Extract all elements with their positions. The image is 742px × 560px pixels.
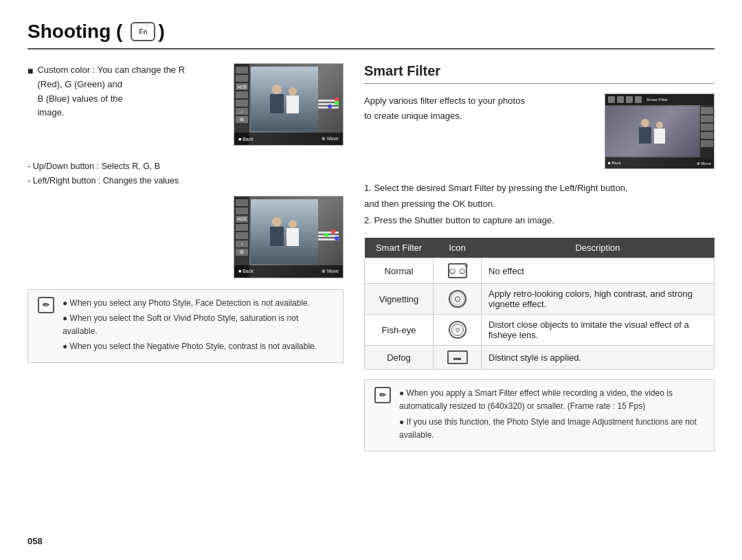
- sf-step2: 2. Press the Shutter button to capture a…: [364, 212, 715, 228]
- sf-body-1: [639, 127, 651, 144]
- note-left-1: ● When you select any Photo Style, Face …: [63, 297, 335, 310]
- cam-icon-3: AEB: [236, 83, 248, 90]
- cam-icon-s6: ♪: [236, 240, 248, 247]
- note-right-1: ● When you apply a Smart Filter effect w…: [399, 387, 706, 413]
- sf-head-1: [641, 119, 649, 127]
- second-screenshot-row: AEB ♪ ⊞: [27, 196, 344, 278]
- cam-icon-s4: [236, 224, 248, 231]
- filter-icon-vignetting: ⊙: [434, 284, 482, 315]
- left-panel: ■ Custom color : You can change the R (R…: [27, 63, 344, 539]
- camera-screenshot-2: AEB ♪ ⊞: [234, 196, 344, 278]
- shooting-mode-icon: [131, 22, 155, 41]
- filter-icon-normal: + ☺: [434, 258, 482, 284]
- smart-filter-table: Smart Filter Icon Description Normal +: [364, 238, 715, 370]
- sf-r-icon-2: [701, 115, 713, 122]
- filter-icon-fisheye: [434, 315, 482, 346]
- cam-icon-s5: [236, 232, 248, 239]
- smart-filter-title: Smart Filter: [364, 63, 715, 84]
- sf-r-icon-4: [701, 132, 713, 139]
- right-panel: Smart Filter Apply various filter effect…: [364, 63, 715, 539]
- cam-slider-b2: [318, 238, 339, 240]
- sf-cam-ui: Smart Filter: [605, 94, 714, 168]
- table-row: Vignetting ⊙ Apply retro-looking colors,…: [365, 284, 715, 315]
- cam-ok-label: ⊕ Move: [322, 136, 339, 142]
- sf-camera-screenshot: Smart Filter: [605, 93, 715, 169]
- camera-screenshot-1: AEB ♪ ⊞: [234, 63, 344, 146]
- person-3: [270, 217, 284, 246]
- note-icon-graphic-right: [374, 387, 391, 403]
- note-left-2: ● When you select the Soft or Vivid Phot…: [63, 312, 335, 338]
- sf-icon-fisheye-cell: [440, 321, 474, 339]
- cam-sliders: [318, 78, 339, 130]
- col-header-description: Description: [482, 238, 715, 258]
- cam-icon-6: ♪: [236, 108, 248, 115]
- person-body-4: [286, 228, 299, 246]
- custom-color-line2: (Red), G (Green) and: [37, 79, 122, 89]
- sf-r-icon-3: [701, 124, 713, 131]
- sf-intro: Apply various filter effects to your pho…: [364, 93, 715, 169]
- fisheye-inner: [451, 324, 464, 336]
- person-1: [270, 85, 284, 113]
- table-row: Fish-eye Distort close objects to imita: [365, 315, 715, 346]
- cam-icon-5: [236, 100, 248, 107]
- bullet-symbol: ■: [27, 63, 33, 78]
- cam-icon-4: [236, 91, 248, 98]
- filter-name-normal: Normal: [365, 258, 434, 284]
- custom-color-line1: Custom color : You can change the R: [37, 65, 185, 75]
- defog-symbol: ▬: [453, 353, 461, 361]
- updown-line1: - Up/Down button : Selects R, G, B: [27, 159, 344, 174]
- filter-desc-vignetting: Apply retro-looking colors, high contras…: [482, 284, 715, 315]
- note-icon-right: [373, 387, 392, 406]
- sf-wedding-area: [605, 107, 699, 156]
- person-head-3: [272, 217, 282, 227]
- cam-icon-s2: [236, 208, 248, 214]
- normal-icon: + ☺: [448, 263, 467, 278]
- table-row: Normal + ☺ No effect: [365, 258, 715, 284]
- sf-filter-label: Smart Filter: [647, 98, 668, 102]
- cam-menu-label: ■ Back: [238, 137, 254, 142]
- custom-color-line4: image.: [37, 107, 64, 117]
- cam-ok-label-2: ⊕ Move: [322, 269, 339, 274]
- custom-color-text: ■ Custom color : You can change the R (R…: [27, 63, 223, 146]
- sf-person-2: [654, 122, 665, 144]
- cam-wedding-photo-1: [251, 67, 318, 131]
- sf-r-icon-5: [701, 140, 713, 147]
- cam-sliders-2: [318, 210, 339, 262]
- custom-color-section: ■ Custom color : You can change the R (R…: [27, 63, 344, 146]
- sf-top-icon-2: [617, 96, 624, 103]
- fisheye-icon: [449, 321, 466, 339]
- cam-icon-s7: ⊞: [236, 249, 248, 256]
- sf-back-label: ■ Back: [608, 161, 621, 165]
- filter-desc-normal: No effect: [482, 258, 715, 284]
- filter-name-defog: Defog: [365, 346, 434, 370]
- people-silhouette-1: [270, 85, 299, 113]
- filter-desc-fisheye: Distort close objects to imitate the vis…: [482, 315, 715, 346]
- filter-name-fisheye: Fish-eye: [365, 315, 434, 346]
- table-row: Defog ▬ Distinct style is applied.: [365, 346, 715, 370]
- sf-sidebar-right: [700, 105, 714, 157]
- note-icon-graphic-left: [38, 297, 54, 313]
- sf-intro-text: Apply various filter effects to your pho…: [364, 93, 594, 124]
- person-body-3: [270, 227, 284, 246]
- page-number: 058: [27, 536, 43, 546]
- table-header-row: Smart Filter Icon Description: [365, 238, 715, 258]
- sf-person-1: [639, 119, 651, 144]
- main-content: ■ Custom color : You can change the R (R…: [27, 63, 715, 539]
- sf-move-label: ⊕ Move: [697, 161, 711, 166]
- note-right-2: ● If you use this function, the Photo St…: [399, 416, 706, 442]
- plus-sign: +: [464, 262, 469, 269]
- sf-top-bar: Smart Filter: [605, 94, 714, 105]
- cam-icon-1: [236, 67, 248, 74]
- sf-intro-line1: Apply various filter effects to your pho…: [364, 93, 594, 109]
- cam-icon-s3: AEB: [236, 216, 248, 223]
- page-title-suffix: ): [158, 21, 164, 43]
- fisheye-dot: [456, 328, 460, 332]
- note-text-left: ● When you select any Photo Style, Face …: [63, 297, 335, 356]
- sf-icon-defog-cell: ▬: [440, 350, 474, 364]
- cam-bottom-bar-2: ■ Back ⊕ Move: [234, 265, 343, 278]
- cam-bottom-bar-1: ■ Back ⊕ Move: [234, 133, 343, 145]
- cam-icon-2: [236, 75, 248, 82]
- cam-slider-r2: [318, 232, 339, 234]
- sf-icon-vignetting-cell: ⊙: [440, 290, 474, 308]
- sf-r-icon-1: [701, 107, 713, 114]
